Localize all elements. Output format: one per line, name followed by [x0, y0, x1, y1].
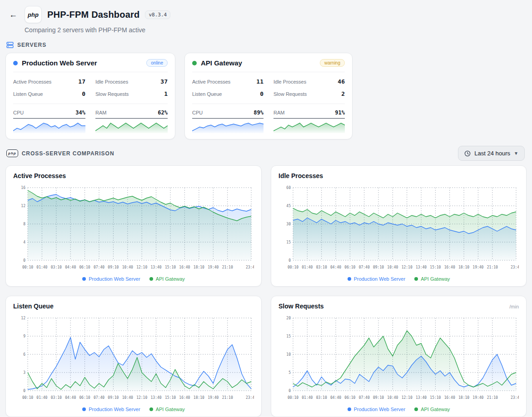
svg-text:3: 3	[23, 371, 25, 375]
svg-text:06:10: 06:10	[80, 396, 90, 400]
svg-text:12:10: 12:10	[136, 265, 147, 269]
svg-text:19:40: 19:40	[472, 396, 483, 400]
svg-text:21:10: 21:10	[487, 265, 498, 269]
cpu-sparkline	[192, 119, 264, 133]
server-status-dot	[13, 61, 18, 65]
back-button[interactable]: ←	[9, 10, 17, 19]
svg-text:15: 15	[286, 334, 291, 338]
svg-text:13:40: 13:40	[151, 265, 162, 269]
legend-label: API Gateway	[156, 276, 185, 282]
svg-text:12: 12	[21, 204, 25, 208]
chart-card-idle-processes: Idle Processes 01530456000:1001:4003:100…	[271, 165, 527, 287]
svg-text:04:40: 04:40	[330, 265, 341, 269]
svg-text:23:40: 23:40	[246, 265, 254, 269]
svg-text:15:10: 15:10	[165, 265, 176, 269]
stat-label: Active Processes	[13, 79, 51, 84]
cpu-sparkline	[13, 119, 85, 133]
svg-text:5: 5	[288, 371, 291, 375]
svg-text:60: 60	[286, 186, 291, 190]
gauge-value: 89%	[254, 109, 264, 116]
svg-text:45: 45	[286, 204, 291, 208]
gauge-cpu: CPU 89%	[192, 109, 264, 133]
stat-value: 0	[260, 90, 264, 97]
chart-title: Listen Queue	[13, 303, 54, 310]
svg-text:18:10: 18:10	[458, 265, 469, 269]
legend-dot-blue	[348, 277, 351, 281]
line-chart: 03691200:1001:4003:1004:4006:1007:4009:1…	[13, 313, 254, 402]
status-badge: online	[146, 59, 168, 67]
svg-text:01:40: 01:40	[302, 396, 313, 400]
chart-legend: Production Web Server API Gateway	[13, 407, 254, 412]
server-name: API Gateway	[201, 59, 316, 67]
svg-text:00:10: 00:10	[288, 265, 298, 269]
stat-listen-queue: Listen Queue 0	[13, 90, 85, 97]
stat-idle-processes: Idle Processes 46	[273, 78, 345, 85]
server-cards-row: Production Web Server online Active Proc…	[0, 53, 532, 139]
line-chart: 048121600:1001:4003:1004:4006:1007:4009:…	[13, 183, 254, 272]
gauge-value: 34%	[75, 109, 85, 116]
stat-label: Active Processes	[192, 79, 230, 84]
svg-text:03:10: 03:10	[51, 265, 62, 269]
stat-value: 46	[338, 78, 345, 85]
stat-value: 37	[160, 78, 168, 85]
page-header: ← php PHP-FPM Dashboard v8.3.4 Comparing…	[0, 0, 532, 35]
servers-section-header: SERVERS	[0, 35, 532, 53]
svg-text:13:40: 13:40	[416, 396, 427, 400]
svg-text:15:10: 15:10	[430, 265, 441, 269]
svg-text:03:10: 03:10	[51, 396, 62, 400]
clock-icon	[464, 150, 471, 157]
gauge-ram: RAM 91%	[273, 109, 345, 133]
page-title: PHP-FPM Dashboard	[47, 10, 139, 20]
legend-dot-green	[149, 407, 153, 411]
legend-label: Production Web Server	[354, 276, 406, 282]
svg-text:21:10: 21:10	[222, 265, 233, 269]
svg-text:19:40: 19:40	[472, 265, 483, 269]
legend-label: Production Web Server	[89, 407, 140, 412]
svg-text:10:40: 10:40	[122, 265, 133, 269]
svg-text:10:40: 10:40	[387, 396, 398, 400]
svg-text:06:10: 06:10	[344, 396, 355, 400]
stat-active-processes: Active Processes 17	[13, 78, 85, 85]
time-range-dropdown[interactable]: Last 24 hours ▼	[458, 146, 525, 161]
svg-text:13:40: 13:40	[151, 396, 162, 400]
stat-value: 2	[341, 90, 345, 97]
svg-text:21:10: 21:10	[222, 396, 233, 400]
stat-label: Slow Requests	[95, 91, 129, 97]
gauge-label: CPU	[13, 110, 24, 115]
svg-text:00:10: 00:10	[288, 396, 298, 400]
line-chart: 0510152000:1001:4003:1004:4006:1007:4009…	[278, 313, 519, 402]
legend-label: API Gateway	[421, 407, 450, 412]
svg-text:16:40: 16:40	[179, 265, 190, 269]
stat-value: 1	[164, 90, 168, 97]
server-card-production[interactable]: Production Web Server online Active Proc…	[5, 53, 175, 139]
php-mini-icon: php	[6, 149, 18, 157]
svg-text:0: 0	[23, 389, 25, 393]
svg-text:23:40: 23:40	[246, 396, 254, 400]
gauge-cpu: CPU 34%	[13, 109, 85, 133]
server-name: Production Web Server	[22, 59, 142, 67]
svg-text:18:10: 18:10	[458, 396, 469, 400]
svg-text:07:40: 07:40	[359, 396, 370, 400]
svg-text:12:10: 12:10	[136, 396, 147, 400]
server-card-api-gateway[interactable]: API Gateway warning Active Processes 11 …	[184, 53, 353, 139]
stat-label: Idle Processes	[273, 79, 306, 84]
svg-text:0: 0	[288, 389, 291, 393]
svg-text:0: 0	[288, 258, 291, 263]
stat-label: Listen Queue	[13, 91, 43, 97]
gauge-label: RAM	[95, 110, 106, 115]
gauge-value: 91%	[335, 109, 345, 116]
chart-legend: Production Web Server API Gateway	[278, 276, 519, 282]
legend-item-production: Production Web Server	[348, 407, 406, 412]
chart-title: Slow Requests	[278, 303, 324, 310]
svg-text:18:10: 18:10	[194, 396, 204, 400]
legend-dot-blue	[82, 277, 86, 281]
svg-text:19:40: 19:40	[208, 396, 219, 400]
svg-text:12: 12	[21, 316, 25, 320]
svg-text:12:10: 12:10	[402, 396, 413, 400]
svg-text:09:10: 09:10	[108, 396, 119, 400]
svg-text:15:10: 15:10	[430, 396, 441, 400]
svg-text:01:40: 01:40	[36, 265, 47, 269]
legend-item-production: Production Web Server	[82, 276, 140, 282]
servers-icon	[6, 42, 14, 48]
gauge-value: 62%	[158, 109, 168, 116]
